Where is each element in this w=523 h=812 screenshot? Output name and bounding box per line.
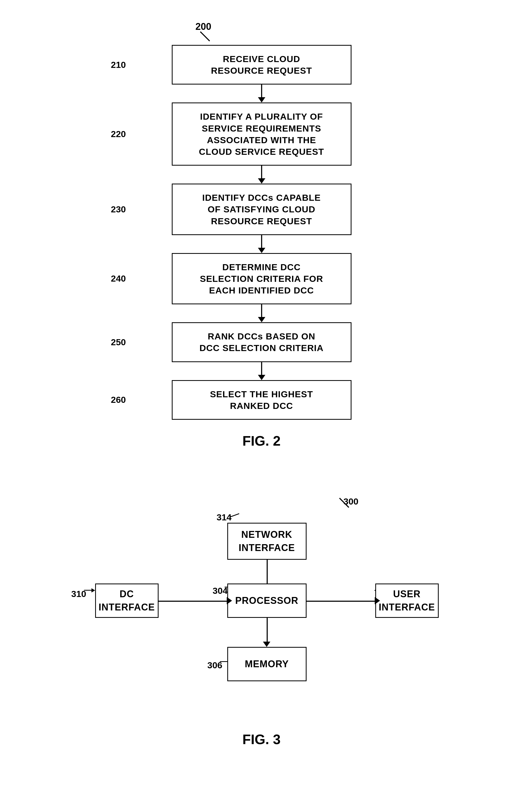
step-260: 260 SELECT THE HIGHESTRANKED DCC (143, 380, 381, 420)
ref-200-label: 200 (196, 21, 212, 32)
step-220-box: IDENTIFY A PLURALITY OFSERVICE REQUIREME… (172, 103, 351, 166)
step-230: 230 IDENTIFY DCCs CAPABLEOF SATISFYING C… (143, 184, 381, 235)
fig3-section: 300 314 NETWORKINTERFACE 304 PROCESSOR (0, 480, 523, 779)
user-interface-box: USERINTERFACE (375, 584, 439, 618)
proc-to-mem-line (267, 618, 268, 642)
connector-arrow-5 (258, 375, 265, 380)
step-260-label: 260 (111, 395, 126, 405)
connector-arrow-2 (258, 178, 265, 184)
fig3-label: FIG. 3 (242, 732, 281, 747)
network-interface-box: NETWORKINTERFACE (227, 523, 307, 560)
step-220-label: 220 (111, 129, 126, 139)
connector-arrow-4 (258, 317, 265, 322)
fig2-section: 200 210 RECEIVE CLOUDRESOURCE REQUEST 22… (0, 0, 523, 459)
memory-text: MEMORY (245, 658, 289, 671)
ni-to-proc-line (267, 560, 268, 584)
step-250-text: RANK DCCs BASED ONDCC SELECTION CRITERIA (200, 331, 324, 353)
fig3-diagram: 300 314 NETWORKINTERFACE 304 PROCESSOR (64, 480, 460, 718)
page-container: 200 210 RECEIVE CLOUDRESOURCE REQUEST 22… (0, 0, 523, 812)
step-240-text: DETERMINE DCCSELECTION CRITERIA FOREACH … (200, 262, 323, 295)
ref-310-arrow (84, 590, 92, 591)
memory-box: MEMORY (227, 647, 307, 681)
proc-to-mem-arrow (263, 642, 270, 647)
ref-310-arrowhead (91, 588, 95, 592)
step-250-label: 250 (111, 337, 126, 347)
ref-314-label: 314 (217, 512, 232, 522)
user-interface-text: USERINTERFACE (379, 588, 435, 614)
connector-5 (143, 362, 381, 380)
proc-to-ui-line (307, 601, 375, 602)
connector-1 (143, 85, 381, 103)
connector-arrow-1 (258, 97, 265, 103)
connector-line-3 (261, 235, 262, 248)
flowchart-fig2: 210 RECEIVE CLOUDRESOURCE REQUEST 220 ID… (143, 45, 381, 420)
step-230-label: 230 (111, 204, 126, 215)
connector-line-5 (261, 362, 262, 375)
connector-line-1 (261, 85, 262, 98)
step-230-box: IDENTIFY DCCs CAPABLEOF SATISFYING CLOUD… (172, 184, 351, 235)
dc-interface-text: DCINTERFACE (98, 588, 155, 614)
proc-to-ui-arrow (375, 597, 380, 604)
connector-line-4 (261, 304, 262, 317)
fig2-label: FIG. 2 (242, 433, 281, 449)
step-260-text: SELECT THE HIGHESTRANKED DCC (210, 389, 313, 411)
connector-line-2 (261, 166, 262, 179)
connector-arrow-3 (258, 248, 265, 253)
step-210-box: RECEIVE CLOUDRESOURCE REQUEST (172, 45, 351, 85)
step-250: 250 RANK DCCs BASED ONDCC SELECTION CRIT… (143, 322, 381, 362)
step-220: 220 IDENTIFY A PLURALITY OFSERVICE REQUI… (143, 103, 381, 166)
dc-interface-box: DCINTERFACE (95, 584, 159, 618)
connector-3 (143, 235, 381, 253)
step-220-text: IDENTIFY A PLURALITY OFSERVICE REQUIREME… (199, 111, 324, 156)
processor-box: PROCESSOR (227, 584, 307, 618)
dc-to-proc-line (159, 601, 227, 602)
step-240-box: DETERMINE DCCSELECTION CRITERIA FOREACH … (172, 253, 351, 304)
step-210-label: 210 (111, 60, 126, 70)
step-240-label: 240 (111, 273, 126, 284)
step-250-box: RANK DCCs BASED ONDCC SELECTION CRITERIA (172, 322, 351, 362)
step-210-text: RECEIVE CLOUDRESOURCE REQUEST (211, 54, 312, 76)
ref-306-arrow (220, 661, 228, 662)
step-260-box: SELECT THE HIGHESTRANKED DCC (172, 380, 351, 420)
step-240: 240 DETERMINE DCCSELECTION CRITERIA FORE… (143, 253, 381, 304)
step-230-text: IDENTIFY DCCs CAPABLEOF SATISFYING CLOUD… (202, 192, 321, 226)
connector-4 (143, 304, 381, 322)
ref-200-arrow (200, 32, 210, 41)
step-210: 210 RECEIVE CLOUDRESOURCE REQUEST (143, 45, 381, 85)
network-interface-text: NETWORKINTERFACE (239, 528, 295, 555)
connector-2 (143, 166, 381, 184)
processor-text: PROCESSOR (235, 594, 299, 607)
dc-to-proc-arrow (227, 597, 232, 604)
